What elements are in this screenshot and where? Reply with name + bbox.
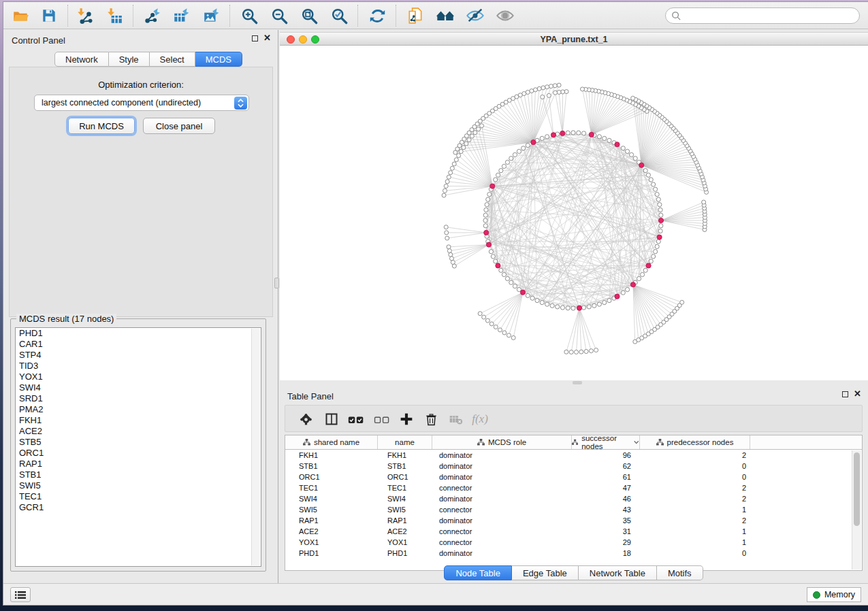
import-table-icon[interactable] [103, 4, 126, 27]
zoom-fit-icon[interactable] [298, 4, 321, 27]
tab-select[interactable]: Select [150, 52, 195, 67]
status-bar: Memory [3, 583, 868, 605]
delete-table-icon [445, 408, 466, 430]
mcds-result-item[interactable]: STB1 [16, 469, 261, 480]
mcds-result-item[interactable]: PHD1 [16, 328, 261, 339]
table-cell: dominator [432, 515, 572, 526]
table-body: FKH1FKH1dominator962STB1STB1dominator620… [285, 450, 862, 570]
network-leaf-nodes[interactable] [442, 83, 709, 354]
table-row[interactable]: ACE2ACE2connector311 [285, 526, 862, 537]
tab-network-table[interactable]: Network Table [579, 565, 657, 580]
toolbar-separator [229, 5, 230, 27]
mcds-result-item[interactable]: ACE2 [16, 426, 261, 437]
table-mode-icon[interactable] [295, 408, 317, 430]
table-cell: 46 [572, 493, 640, 504]
mcds-result-title: MCDS result (17 nodes) [16, 314, 116, 324]
table-cell: dominator [432, 472, 572, 482]
table-row[interactable]: SWI5SWI5connector431 [285, 504, 862, 515]
main-toolbar [3, 2, 868, 29]
unselect-all-columns-icon[interactable] [371, 408, 393, 430]
apply-layout-icon[interactable] [366, 4, 389, 27]
table-panel-title: Table Panel [287, 391, 334, 401]
mcds-result-item[interactable]: PMA2 [16, 404, 261, 415]
mcds-result-item[interactable]: TEC1 [16, 491, 261, 502]
control-panel-title: Control Panel [12, 35, 65, 46]
tab-network[interactable]: Network [54, 52, 109, 67]
mcds-result-item[interactable]: FKH1 [16, 415, 261, 426]
tab-edge-table[interactable]: Edge Table [512, 565, 579, 580]
create-column-icon[interactable] [396, 408, 417, 430]
mcds-result-item[interactable]: ORC1 [16, 448, 261, 459]
float-panel-icon[interactable] [252, 35, 258, 42]
mcds-result-item[interactable]: SWI4 [16, 382, 261, 393]
mcds-result-item[interactable]: RAP1 [16, 459, 261, 469]
hide-selected-icon[interactable] [464, 4, 487, 27]
column-label: predecessor nodes [667, 438, 734, 446]
tab-motifs[interactable]: Motifs [657, 565, 703, 580]
mcds-result-item[interactable]: STB5 [16, 437, 261, 448]
show-columns-icon[interactable] [321, 408, 342, 430]
export-image-icon[interactable] [199, 4, 223, 27]
scrollbar-thumb[interactable] [854, 452, 860, 526]
column-header-successor-nodes[interactable]: successor nodes [572, 435, 640, 449]
criterion-dropdown[interactable]: largest connected component (undirected) [34, 95, 249, 111]
table-cell: 47 [572, 482, 640, 493]
run-mcds-button[interactable]: Run MCDS [68, 118, 135, 134]
task-history-button[interactable] [10, 587, 31, 602]
table-row[interactable]: SWI4SWI4dominator462 [285, 493, 862, 504]
float-panel-icon[interactable] [842, 391, 848, 397]
search-input[interactable] [681, 11, 845, 20]
column-header-mcds-role[interactable]: MCDS role [432, 435, 572, 449]
select-all-columns-icon[interactable] [345, 408, 367, 430]
horizontal-splitter-handle[interactable] [573, 381, 582, 384]
close-panel-icon[interactable]: ✕ [263, 35, 271, 42]
mcds-result-item[interactable]: TID3 [16, 361, 261, 371]
network-canvas[interactable] [280, 46, 868, 380]
clone-network-icon[interactable] [404, 4, 427, 27]
column-header-predecessor-nodes[interactable]: predecessor nodes [640, 435, 750, 449]
table-cell: SWI5 [285, 504, 378, 515]
mcds-result-item[interactable]: CAR1 [16, 339, 261, 350]
table-row[interactable]: TEC1TEC1connector472 [285, 482, 862, 493]
close-panel-icon[interactable]: ✕ [854, 391, 861, 397]
mcds-result-item[interactable]: SRD1 [16, 393, 261, 404]
search-box[interactable] [665, 7, 860, 24]
memory-button[interactable]: Memory [807, 587, 861, 602]
table-scrollbar[interactable] [852, 450, 861, 569]
table-row[interactable]: RAP1RAP1dominator352 [285, 515, 862, 526]
column-header-shared-name[interactable]: shared name [285, 435, 378, 449]
zoom-out-icon[interactable] [268, 4, 291, 27]
table-row[interactable]: STB1STB1dominator620 [285, 461, 862, 472]
table-row[interactable]: PHD1PHD1dominator180 [285, 548, 862, 559]
table-cell: RAP1 [378, 515, 432, 526]
zoom-in-icon[interactable] [238, 4, 261, 27]
network-title-bar[interactable]: YPA_prune.txt_1 [280, 32, 868, 46]
export-network-icon[interactable] [140, 4, 163, 27]
export-table-icon[interactable] [170, 4, 193, 27]
mcds-result-item[interactable]: STP4 [16, 350, 261, 361]
save-session-icon[interactable] [37, 4, 61, 27]
table-row[interactable]: FKH1FKH1dominator962 [285, 450, 862, 461]
sort-desc-icon [634, 440, 639, 444]
tab-node-table[interactable]: Node Table [444, 565, 512, 580]
first-neighbors-icon[interactable] [434, 4, 457, 27]
mcds-result-item[interactable]: SWI5 [16, 480, 261, 491]
tab-style[interactable]: Style [109, 52, 150, 67]
tree-icon [303, 439, 310, 446]
show-all-icon[interactable] [494, 4, 517, 27]
tab-mcds[interactable]: MCDS [195, 52, 242, 67]
table-row[interactable]: YOX1YOX1connector291 [285, 537, 862, 548]
mcds-result-item[interactable]: GCR1 [16, 502, 261, 513]
delete-columns-icon[interactable] [420, 408, 442, 430]
open-file-icon[interactable] [9, 4, 32, 27]
close-panel-button[interactable]: Close panel [143, 118, 215, 134]
result-scrollbar[interactable] [251, 329, 260, 565]
import-network-icon[interactable] [73, 4, 96, 27]
table-cell: 0 [640, 461, 750, 472]
vertical-splitter-handle[interactable] [274, 278, 279, 288]
mcds-result-item[interactable]: YOX1 [16, 371, 261, 382]
table-row[interactable]: ORC1ORC1dominator610 [285, 472, 862, 482]
network-window: YPA_prune.txt_1 [279, 30, 868, 380]
column-header-name[interactable]: name [378, 435, 432, 449]
zoom-selected-icon[interactable] [327, 4, 351, 27]
